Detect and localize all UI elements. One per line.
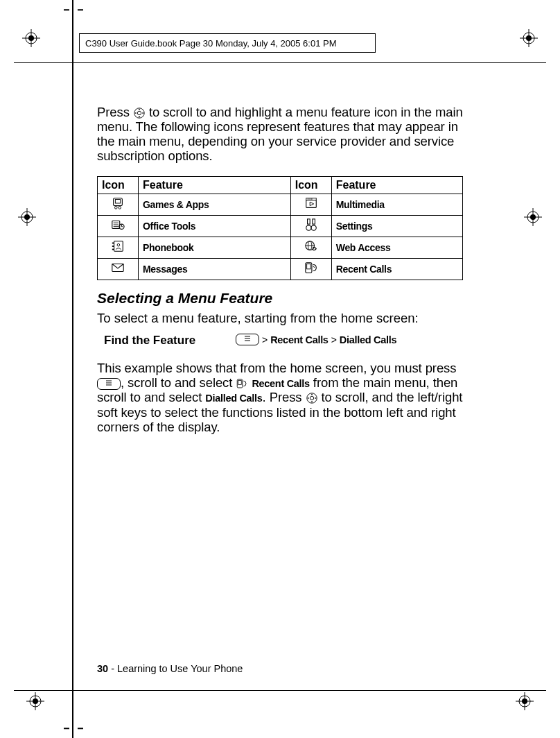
nav-ring-icon [306, 392, 318, 404]
explain-paragraph: This example shows that from the home sc… [97, 361, 463, 434]
footer-title: Learning to Use Your Phone [117, 663, 243, 674]
svg-point-37 [309, 198, 310, 199]
svg-marker-74 [307, 397, 308, 400]
print-header-text: C390 User Guide.book Page 30 Monday, Jul… [85, 38, 337, 49]
svg-rect-34 [306, 200, 316, 208]
emph-recent-calls: Recent Calls [252, 378, 309, 389]
intro-post: to scroll to and highlight a menu featur… [97, 105, 463, 164]
find-feature-path: > Recent Calls > Dialled Calls [236, 334, 396, 345]
table-row: Messages Recent Calls [98, 259, 463, 280]
feature-cell: Multimedia [331, 194, 462, 216]
feature-cell: Games & Apps [139, 194, 291, 216]
svg-point-32 [114, 207, 117, 209]
nav-ring-icon [133, 107, 146, 119]
svg-point-55 [117, 243, 120, 246]
svg-point-50 [311, 225, 316, 230]
spine-crop-bottom [64, 719, 83, 738]
web-access-icon [290, 237, 331, 259]
svg-marker-29 [142, 112, 143, 114]
spine-crop-top [64, 0, 83, 19]
office-tools-icon [98, 216, 139, 237]
registration-mark-icon [18, 208, 36, 226]
path-sep: > [262, 334, 268, 345]
messages-icon [98, 259, 139, 280]
th-icon-1: Icon [98, 177, 139, 194]
page-number: 30 [97, 663, 108, 674]
table-row: Phonebook Web Access [98, 237, 463, 259]
svg-point-36 [307, 198, 308, 199]
svg-marker-39 [310, 202, 313, 205]
svg-point-71 [310, 397, 313, 400]
find-feature-label: Find the Feature [97, 334, 236, 347]
svg-rect-69 [238, 381, 242, 385]
feature-cell: Office Tools [139, 216, 291, 237]
registration-mark-icon [26, 692, 44, 710]
t2: , scroll to and select [121, 375, 236, 390]
menu-key-icon [236, 334, 259, 345]
registration-mark-icon [516, 692, 534, 710]
section-heading: Selecting a Menu Feature [97, 290, 463, 307]
table-row: Office Tools Settings [98, 216, 463, 237]
svg-rect-53 [112, 246, 114, 247]
footer-sep: - [108, 663, 117, 674]
svg-marker-27 [138, 116, 140, 117]
multimedia-icon [290, 194, 331, 216]
find-feature-row: Find the Feature > Recent Calls > Dialle… [97, 334, 463, 347]
svg-marker-75 [315, 397, 316, 400]
svg-point-38 [311, 198, 312, 199]
svg-rect-31 [115, 200, 120, 203]
svg-rect-61 [306, 264, 310, 269]
svg-rect-48 [313, 219, 315, 224]
feature-cell: Phonebook [139, 237, 291, 259]
intro-paragraph: Press to scroll to and highlight a menu … [97, 105, 463, 164]
emph-dialled-calls: Dialled Calls [205, 393, 262, 404]
th-feature-2: Feature [331, 177, 462, 194]
feature-cell: Web Access [331, 237, 462, 259]
svg-marker-28 [134, 112, 136, 114]
svg-marker-73 [310, 402, 313, 403]
path-segment-recent-calls: Recent Calls [270, 334, 328, 345]
registration-mark-icon [520, 29, 538, 47]
path-segment-dialled-calls: Dialled Calls [340, 334, 396, 345]
feature-cell: Settings [331, 216, 462, 237]
registration-mark-icon [524, 208, 542, 226]
th-feature-1: Feature [139, 177, 291, 194]
section-subtext: To select a menu feature, starting from … [97, 311, 463, 325]
svg-point-49 [306, 225, 310, 230]
phonebook-icon [98, 237, 139, 259]
t6: . Press [263, 390, 306, 404]
svg-rect-52 [112, 243, 114, 244]
recent-calls-icon [236, 377, 248, 390]
svg-point-33 [119, 207, 121, 209]
feature-cell: Messages [139, 259, 291, 280]
path-sep: > [331, 334, 337, 345]
recent-calls-icon [290, 259, 331, 280]
page-footer: 30 - Learning to Use Your Phone [97, 663, 243, 674]
print-header: C390 User Guide.book Page 30 Monday, Jul… [79, 33, 376, 53]
settings-icon [290, 216, 331, 237]
svg-marker-26 [138, 108, 140, 110]
svg-marker-72 [310, 394, 313, 395]
t1: This example shows that from the home sc… [97, 361, 456, 375]
registration-mark-icon [22, 29, 40, 47]
games-apps-icon [98, 194, 139, 216]
svg-point-25 [137, 111, 141, 114]
svg-rect-54 [112, 249, 114, 250]
intro-pre: Press [97, 105, 133, 119]
th-icon-2: Icon [290, 177, 331, 194]
feature-cell: Recent Calls [331, 259, 462, 280]
feature-icon-table: Icon Feature Icon Feature Games & Apps M… [97, 176, 463, 280]
page-frame: C390 User Guide.book Page 30 Monday, Jul… [0, 0, 560, 738]
content-area: Press to scroll to and highlight a menu … [97, 92, 463, 447]
table-row: Games & Apps Multimedia [98, 194, 463, 216]
menu-key-icon [97, 378, 121, 390]
svg-rect-47 [307, 219, 310, 224]
